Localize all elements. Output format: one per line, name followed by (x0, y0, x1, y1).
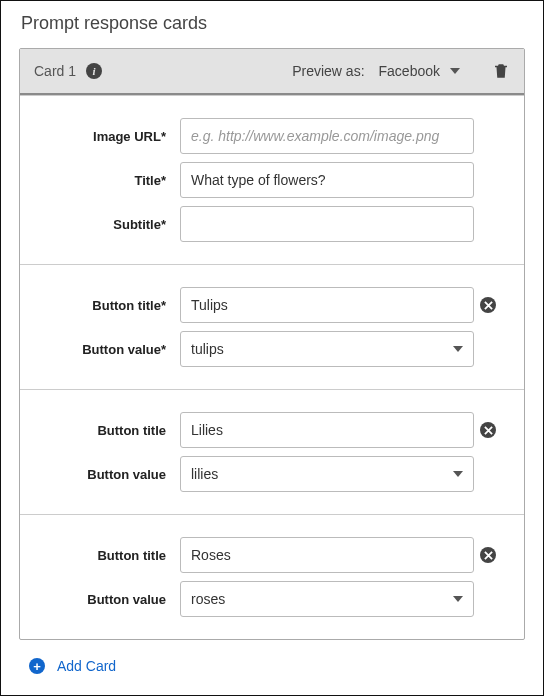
plus-circle-icon: + (29, 658, 45, 674)
button-value-text: roses (191, 591, 225, 607)
chevron-down-icon (450, 68, 460, 74)
close-icon (484, 551, 493, 560)
remove-button[interactable] (480, 547, 496, 563)
chevron-down-icon (453, 471, 463, 477)
button-value-text: tulips (191, 341, 224, 357)
preview-as-value: Facebook (379, 63, 440, 79)
close-icon (484, 301, 493, 310)
image-url-label: Image URL* (20, 129, 180, 144)
preview-as-label: Preview as: (292, 63, 364, 79)
button-value-select[interactable]: lilies (180, 456, 474, 492)
button-value-label: Button value* (20, 342, 180, 357)
preview-as-select[interactable]: Facebook (375, 61, 464, 81)
close-icon (484, 426, 493, 435)
image-url-input[interactable] (180, 118, 474, 154)
button-section: Button title Button value lilies (20, 389, 524, 514)
info-icon[interactable]: i (86, 63, 102, 79)
chevron-down-icon (453, 596, 463, 602)
remove-button[interactable] (480, 422, 496, 438)
button-title-label: Button title* (20, 298, 180, 313)
delete-card-button[interactable] (492, 61, 510, 81)
button-value-label: Button value (20, 592, 180, 607)
button-title-input[interactable] (180, 287, 474, 323)
page-title: Prompt response cards (21, 13, 525, 34)
button-title-label: Button title (20, 548, 180, 563)
button-title-label: Button title (20, 423, 180, 438)
button-title-input[interactable] (180, 537, 474, 573)
add-card-label: Add Card (57, 658, 116, 674)
button-section: Button title Button value roses (20, 514, 524, 639)
remove-button[interactable] (480, 297, 496, 313)
button-value-select[interactable]: tulips (180, 331, 474, 367)
button-value-text: lilies (191, 466, 218, 482)
trash-icon (492, 61, 510, 81)
title-label: Title* (20, 173, 180, 188)
card-main-section: Image URL* Title* Subtitle* (20, 95, 524, 264)
subtitle-input[interactable] (180, 206, 474, 242)
button-title-input[interactable] (180, 412, 474, 448)
card-title: Card 1 (34, 63, 76, 79)
button-section: Button title* Button value* tulips (20, 264, 524, 389)
subtitle-label: Subtitle* (20, 217, 180, 232)
title-input[interactable] (180, 162, 474, 198)
chevron-down-icon (453, 346, 463, 352)
response-card: Card 1 i Preview as: Facebook Image URL* (19, 48, 525, 640)
card-header: Card 1 i Preview as: Facebook (20, 49, 524, 95)
add-card-button[interactable]: + Add Card (29, 658, 116, 674)
button-value-select[interactable]: roses (180, 581, 474, 617)
button-value-label: Button value (20, 467, 180, 482)
